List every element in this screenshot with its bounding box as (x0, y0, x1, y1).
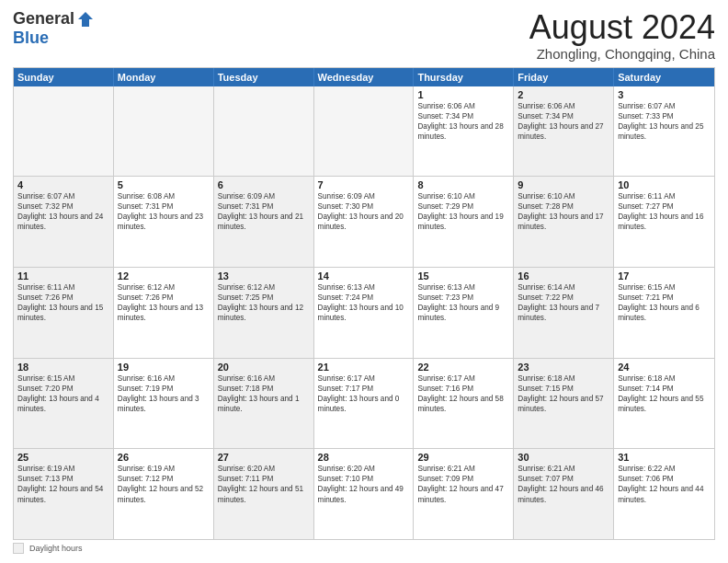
footer-shaded-box (13, 543, 24, 554)
day-number: 28 (318, 452, 410, 463)
cell-info: Sunrise: 6:22 AMSunset: 7:06 PMDaylight:… (618, 464, 711, 504)
day-number: 23 (518, 362, 609, 373)
cell-info: Sunrise: 6:21 AMSunset: 7:07 PMDaylight:… (518, 464, 609, 504)
cal-cell: 23Sunrise: 6:18 AMSunset: 7:15 PMDayligh… (514, 359, 614, 449)
cell-info: Sunrise: 6:09 AMSunset: 7:30 PMDaylight:… (318, 191, 410, 232)
day-number: 30 (518, 452, 609, 463)
cal-week-4: 18Sunrise: 6:15 AMSunset: 7:20 PMDayligh… (14, 359, 714, 450)
cal-cell: 6Sunrise: 6:09 AMSunset: 7:31 PMDaylight… (214, 177, 314, 267)
header: General Blue August 2024 Zhongling, Chon… (13, 9, 715, 62)
day-number: 3 (618, 89, 711, 100)
svg-marker-0 (78, 12, 93, 27)
cal-cell: 13Sunrise: 6:12 AMSunset: 7:25 PMDayligh… (214, 268, 314, 358)
day-number: 31 (618, 452, 711, 463)
cal-header-monday: Monday (114, 68, 214, 86)
cal-cell: 7Sunrise: 6:09 AMSunset: 7:30 PMDaylight… (314, 177, 415, 267)
cal-week-2: 4Sunrise: 6:07 AMSunset: 7:32 PMDaylight… (14, 177, 714, 268)
cell-info: Sunrise: 6:15 AMSunset: 7:21 PMDaylight:… (618, 282, 711, 323)
day-number: 17 (618, 270, 711, 282)
cal-header-tuesday: Tuesday (214, 68, 314, 86)
cell-info: Sunrise: 6:16 AMSunset: 7:18 PMDaylight:… (218, 373, 310, 414)
cell-info: Sunrise: 6:11 AMSunset: 7:26 PMDaylight:… (17, 282, 109, 323)
cal-cell: 28Sunrise: 6:20 AMSunset: 7:10 PMDayligh… (314, 449, 415, 539)
cal-cell: 5Sunrise: 6:08 AMSunset: 7:31 PMDaylight… (114, 177, 214, 267)
cal-week-1: 1Sunrise: 6:06 AMSunset: 7:34 PMDaylight… (14, 86, 714, 178)
day-number: 20 (218, 362, 310, 373)
cal-cell (314, 86, 415, 177)
day-number: 29 (417, 452, 509, 463)
day-number: 13 (218, 270, 310, 282)
cal-cell: 31Sunrise: 6:22 AMSunset: 7:06 PMDayligh… (614, 449, 714, 539)
page: General Blue August 2024 Zhongling, Chon… (0, 0, 728, 563)
day-number: 26 (118, 452, 210, 463)
cal-cell: 2Sunrise: 6:06 AMSunset: 7:34 PMDaylight… (514, 86, 614, 177)
day-number: 7 (318, 179, 410, 190)
cal-cell: 24Sunrise: 6:18 AMSunset: 7:14 PMDayligh… (614, 359, 714, 449)
cal-cell: 10Sunrise: 6:11 AMSunset: 7:27 PMDayligh… (614, 177, 714, 267)
cal-cell: 25Sunrise: 6:19 AMSunset: 7:13 PMDayligh… (14, 449, 114, 539)
day-number: 27 (218, 452, 310, 463)
cal-cell: 11Sunrise: 6:11 AMSunset: 7:26 PMDayligh… (14, 268, 114, 358)
cal-cell: 21Sunrise: 6:17 AMSunset: 7:17 PMDayligh… (314, 359, 415, 449)
cell-info: Sunrise: 6:18 AMSunset: 7:15 PMDaylight:… (518, 373, 609, 414)
cal-header-saturday: Saturday (614, 68, 714, 86)
footer-note: Daylight hours (13, 543, 715, 554)
cal-cell: 12Sunrise: 6:12 AMSunset: 7:26 PMDayligh… (114, 268, 214, 358)
cal-header-sunday: Sunday (14, 68, 114, 86)
cell-info: Sunrise: 6:18 AMSunset: 7:14 PMDaylight:… (618, 373, 711, 414)
cell-info: Sunrise: 6:13 AMSunset: 7:23 PMDaylight:… (417, 282, 509, 323)
cell-info: Sunrise: 6:20 AMSunset: 7:10 PMDaylight:… (318, 464, 410, 504)
cell-info: Sunrise: 6:06 AMSunset: 7:34 PMDaylight:… (417, 101, 509, 142)
cal-header-wednesday: Wednesday (314, 68, 415, 86)
cell-info: Sunrise: 6:17 AMSunset: 7:16 PMDaylight:… (417, 373, 509, 414)
day-number: 14 (318, 270, 410, 282)
cal-cell: 27Sunrise: 6:20 AMSunset: 7:11 PMDayligh… (214, 449, 314, 539)
cal-cell: 14Sunrise: 6:13 AMSunset: 7:24 PMDayligh… (314, 268, 415, 358)
logo-general-text: General (13, 9, 74, 29)
cell-info: Sunrise: 6:12 AMSunset: 7:26 PMDaylight:… (118, 282, 210, 323)
cal-cell (14, 86, 114, 177)
cal-cell: 3Sunrise: 6:07 AMSunset: 7:33 PMDaylight… (614, 86, 714, 177)
day-number: 6 (218, 179, 310, 190)
day-number: 22 (417, 362, 509, 373)
cal-cell: 26Sunrise: 6:19 AMSunset: 7:12 PMDayligh… (114, 449, 214, 539)
title-block: August 2024 Zhongling, Chongqing, China (529, 9, 715, 62)
cal-cell: 9Sunrise: 6:10 AMSunset: 7:28 PMDaylight… (514, 177, 614, 267)
cell-info: Sunrise: 6:11 AMSunset: 7:27 PMDaylight:… (618, 191, 711, 232)
logo-blue-text: Blue (13, 29, 49, 48)
cal-header-thursday: Thursday (414, 68, 514, 86)
day-number: 16 (518, 270, 609, 282)
cell-info: Sunrise: 6:07 AMSunset: 7:33 PMDaylight:… (618, 101, 711, 142)
day-number: 24 (618, 362, 711, 373)
cell-info: Sunrise: 6:16 AMSunset: 7:19 PMDaylight:… (118, 373, 210, 414)
calendar: SundayMondayTuesdayWednesdayThursdayFrid… (13, 67, 715, 540)
cal-cell: 29Sunrise: 6:21 AMSunset: 7:09 PMDayligh… (414, 449, 514, 539)
cal-cell: 19Sunrise: 6:16 AMSunset: 7:19 PMDayligh… (114, 359, 214, 449)
cal-cell: 8Sunrise: 6:10 AMSunset: 7:29 PMDaylight… (414, 177, 514, 267)
cell-info: Sunrise: 6:21 AMSunset: 7:09 PMDaylight:… (417, 464, 509, 504)
day-number: 1 (417, 89, 509, 100)
cal-week-5: 25Sunrise: 6:19 AMSunset: 7:13 PMDayligh… (14, 449, 714, 539)
day-number: 2 (518, 89, 609, 100)
cal-cell: 17Sunrise: 6:15 AMSunset: 7:21 PMDayligh… (614, 268, 714, 358)
cell-info: Sunrise: 6:13 AMSunset: 7:24 PMDaylight:… (318, 282, 410, 323)
cell-info: Sunrise: 6:09 AMSunset: 7:31 PMDaylight:… (218, 191, 310, 232)
cal-cell: 15Sunrise: 6:13 AMSunset: 7:23 PMDayligh… (414, 268, 514, 358)
cell-info: Sunrise: 6:15 AMSunset: 7:20 PMDaylight:… (17, 373, 109, 414)
cal-cell: 30Sunrise: 6:21 AMSunset: 7:07 PMDayligh… (514, 449, 614, 539)
cell-info: Sunrise: 6:14 AMSunset: 7:22 PMDaylight:… (518, 282, 609, 323)
cell-info: Sunrise: 6:08 AMSunset: 7:31 PMDaylight:… (118, 191, 210, 232)
cell-info: Sunrise: 6:20 AMSunset: 7:11 PMDaylight:… (218, 464, 310, 504)
calendar-body: 1Sunrise: 6:06 AMSunset: 7:34 PMDaylight… (14, 86, 714, 539)
day-number: 18 (17, 362, 109, 373)
cal-cell: 20Sunrise: 6:16 AMSunset: 7:18 PMDayligh… (214, 359, 314, 449)
day-number: 15 (417, 270, 509, 282)
day-number: 9 (518, 179, 609, 190)
cell-info: Sunrise: 6:12 AMSunset: 7:25 PMDaylight:… (218, 282, 310, 323)
cell-info: Sunrise: 6:19 AMSunset: 7:12 PMDaylight:… (118, 464, 210, 504)
footer-label: Daylight hours (29, 544, 83, 553)
day-number: 4 (17, 179, 109, 190)
cal-cell: 16Sunrise: 6:14 AMSunset: 7:22 PMDayligh… (514, 268, 614, 358)
day-number: 25 (17, 452, 109, 463)
day-number: 10 (618, 179, 711, 190)
